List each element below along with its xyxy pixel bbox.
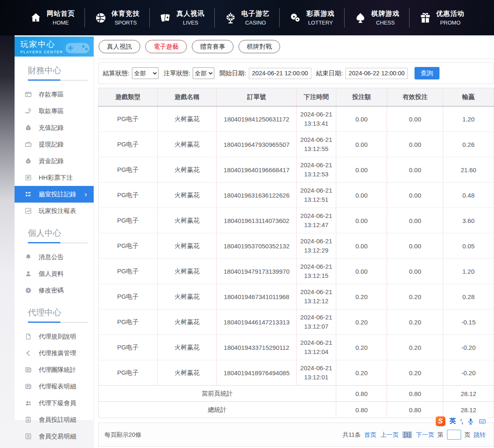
first-page-link[interactable]: 首页 bbox=[364, 431, 376, 439]
table-cell: 0.00 bbox=[336, 183, 387, 208]
nav-item-label: 优惠活动PROMO bbox=[436, 10, 464, 26]
table-cell: 1804019647930965507 bbox=[217, 132, 297, 157]
table-cell: 0.20 bbox=[387, 309, 443, 335]
table-cell: 0.20 bbox=[336, 335, 387, 360]
sidebar-item-label: 充值記錄 bbox=[39, 124, 64, 132]
table-cell: 0.00 bbox=[387, 208, 443, 233]
table-cell: PG电子 bbox=[99, 284, 158, 309]
start-date-input[interactable] bbox=[249, 68, 311, 79]
sidebar-item-個人資料[interactable]: 個人資料 bbox=[15, 265, 94, 282]
table-cell: 0.00 bbox=[336, 157, 387, 183]
ime-punctuation-toggle[interactable]: ’, bbox=[460, 418, 463, 425]
bet-time-cell: 2024-06-2113:12:47 bbox=[296, 208, 336, 233]
table-cell: 0.00 bbox=[336, 259, 387, 284]
nav-item-chess[interactable]: 棋牌游戏CHESS bbox=[345, 10, 409, 26]
bet-time-cell: 2024-06-2113:12:53 bbox=[296, 157, 336, 183]
sidebar-item-label: 代理推廣管理 bbox=[39, 349, 76, 357]
sidebar-item-取款專區[interactable]: 取款專區 bbox=[15, 103, 94, 119]
sidebar-item-代理報表明細[interactable]: 代理報表明細 bbox=[15, 378, 94, 395]
table-cell: 火树赢花 bbox=[157, 309, 217, 335]
nav-item-lives[interactable]: 真人视讯LIVES bbox=[150, 10, 214, 26]
tab-電子遊藝[interactable]: 電子遊藝 bbox=[145, 40, 187, 53]
filter-bar: 結算狀態: 全部 注單狀態: 全部 開始日期: 結束日期: 查詢 bbox=[98, 62, 494, 84]
sidebar-item-玩家投注報表[interactable]: 玩家投注報表 bbox=[15, 203, 94, 219]
summary-value: 28.12 bbox=[443, 386, 494, 402]
bet-time-cell: 2024-06-2113:12:07 bbox=[296, 309, 336, 335]
org-list-icon bbox=[25, 191, 32, 198]
settle-status-select[interactable]: 全部 bbox=[132, 67, 159, 79]
nav-item-home[interactable]: 网站首页HOME bbox=[20, 10, 84, 26]
nav-item-casino[interactable]: 电子游艺CASINO bbox=[215, 10, 279, 26]
summary-row: 當前頁統計0.800.8028.12 bbox=[99, 386, 494, 402]
table-header-row: 遊戲類型遊戲名稱訂單號下注時間投注額有效投注輸贏 bbox=[99, 88, 494, 106]
sidebar-item-修改密碼[interactable]: 修改密碼 bbox=[15, 282, 94, 299]
table-cell: 1.20 bbox=[443, 259, 494, 284]
ime-language-toggle[interactable]: 英 bbox=[449, 417, 456, 426]
table-cell: 0.20 bbox=[336, 309, 387, 335]
table-cell: 3.60 bbox=[443, 208, 494, 233]
column-header: 訂單號 bbox=[217, 88, 297, 106]
table-cell: 火树赢花 bbox=[157, 233, 217, 259]
home-icon bbox=[30, 12, 42, 24]
newspaper-icon bbox=[25, 366, 32, 374]
table-cell: 火树赢花 bbox=[157, 208, 217, 233]
sidebar-item-會員投註明細[interactable]: 會員投註明細 bbox=[15, 411, 94, 428]
table-cell: 0.20 bbox=[336, 360, 387, 386]
tab-真人視訊[interactable]: 真人視訊 bbox=[99, 40, 140, 53]
nav-item-promo[interactable]: 优惠活动PROMO bbox=[410, 10, 474, 26]
jump-link[interactable]: 跳转 bbox=[474, 431, 486, 439]
tab-棋牌對戰[interactable]: 棋牌對戰 bbox=[238, 40, 280, 53]
nav-item-sports[interactable]: 体育竞技SPORTS bbox=[85, 10, 149, 26]
newspaper-icon bbox=[25, 383, 32, 390]
table-cell: 0.00 bbox=[387, 157, 443, 183]
table-cell: 0.00 bbox=[336, 233, 387, 259]
table-cell: PG电子 bbox=[99, 106, 158, 132]
jump-page-input[interactable] bbox=[447, 430, 461, 440]
sidebar-item-代理規則說明[interactable]: 代理規則說明 bbox=[15, 328, 94, 345]
nav-item-label: 电子游艺CASINO bbox=[241, 10, 270, 26]
sidebar-item-代理團隊統計[interactable]: 代理團隊統計 bbox=[15, 361, 94, 378]
keyboard-icon[interactable] bbox=[479, 418, 486, 425]
list-form-icon bbox=[25, 174, 32, 181]
sidebar-item-存款專區[interactable]: 存款專區 bbox=[15, 86, 94, 103]
nav-item-lottery[interactable]: 彩票游戏LOTTERY bbox=[280, 10, 344, 26]
sidebar-item-資金記錄[interactable]: 資金記錄 bbox=[15, 153, 94, 169]
bet-time-cell: 2024-06-2113:12:15 bbox=[296, 259, 336, 284]
prev-page-link[interactable]: 上一页 bbox=[380, 431, 399, 439]
sidebar-item-label: 個人資料 bbox=[39, 270, 64, 278]
order-status-select[interactable]: 全部 bbox=[193, 67, 214, 79]
table-cell: 1804019479173139970 bbox=[217, 259, 297, 284]
sports-ball-icon bbox=[94, 12, 107, 24]
bet-time-cell: 2024-06-2113:12:29 bbox=[296, 233, 336, 259]
table-row: PG电子火树赢花18040194189764940852024-06-2113:… bbox=[99, 360, 494, 386]
bet-time-cell: 2024-06-2113:13:41 bbox=[296, 106, 336, 132]
table-cell: 0.26 bbox=[443, 132, 494, 157]
sidebar-item-HH彩票下注[interactable]: HH彩票下注 bbox=[15, 169, 94, 186]
sidebar-item-代理下級會員[interactable]: 代理下級會員 bbox=[15, 395, 94, 411]
sogou-logo-icon[interactable]: S bbox=[436, 416, 445, 426]
sidebar-item-label: 會員投註明細 bbox=[39, 416, 76, 424]
section-underline bbox=[28, 322, 88, 323]
spade-icon bbox=[354, 12, 367, 24]
column-header: 有效投注 bbox=[387, 88, 443, 106]
microphone-icon[interactable] bbox=[467, 418, 474, 425]
search-button[interactable]: 查詢 bbox=[415, 67, 439, 79]
left-gutter bbox=[0, 35, 15, 448]
end-date-input[interactable] bbox=[345, 68, 408, 79]
table-cell: 0.00 bbox=[387, 132, 443, 157]
next-page-link[interactable]: 下一页 bbox=[416, 431, 434, 439]
tab-體育賽事[interactable]: 體育賽事 bbox=[192, 40, 233, 53]
column-header: 遊戲類型 bbox=[99, 88, 158, 106]
sidebar-item-廳室投註記錄[interactable]: 廳室投註記錄› bbox=[15, 186, 94, 203]
bet-records-table: 遊戲類型遊戲名稱訂單號下注時間投注額有效投注輸贏 PG电子火树赢花1804019… bbox=[98, 88, 494, 418]
sidebar-item-消息公告[interactable]: 消息公告 bbox=[15, 249, 94, 265]
sidebar-item-提現記錄[interactable]: 提現記錄 bbox=[15, 136, 94, 153]
jump-suffix-label: 页 bbox=[464, 431, 471, 439]
table-cell: 1804019418976494085 bbox=[217, 360, 297, 386]
person-icon bbox=[25, 270, 32, 277]
summary-value: 0.80 bbox=[387, 386, 443, 402]
sidebar-item-充值記錄[interactable]: 充值記錄 bbox=[15, 119, 94, 136]
table-cell: 1.20 bbox=[443, 106, 494, 132]
sidebar-item-代理推廣管理[interactable]: 代理推廣管理 bbox=[15, 345, 94, 361]
sidebar-item-會員交易明細[interactable]: 會員交易明細 bbox=[15, 428, 94, 445]
